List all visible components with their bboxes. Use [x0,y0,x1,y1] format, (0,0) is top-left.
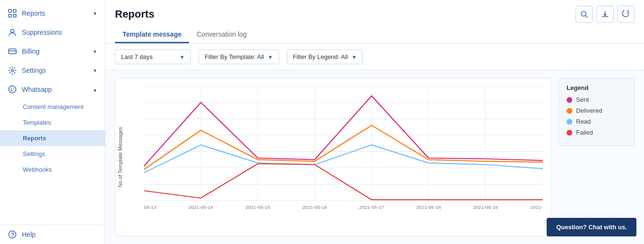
date-range-arrow-icon: ▼ [180,54,185,60]
chart-legend: Legend Sent Delivered Read Failed [559,78,635,146]
tab-bar: Template message Conversation log [115,27,635,43]
svg-rect-3 [13,14,16,17]
sidebar-item-reports[interactable]: Reports ▼ [0,4,105,23]
delivered-label: Delivered [576,107,602,114]
download-button[interactable] [597,6,614,23]
svg-text:2021-05-15: 2021-05-15 [246,205,270,210]
billing-icon [8,47,17,56]
svg-text:2021-05-18: 2021-05-18 [416,205,441,210]
svg-point-9 [11,88,12,89]
settings-arrow-icon: ▼ [93,68,97,73]
search-button[interactable] [576,6,593,23]
sidebar-help[interactable]: ? Help [0,224,105,244]
legend-item-delivered: Delivered [567,107,626,114]
billing-arrow-icon: ▼ [93,49,97,54]
svg-text:2021-05-13: 2021-05-13 [144,205,156,210]
svg-text:2021-05-17: 2021-05-17 [359,205,384,210]
svg-rect-2 [9,14,11,17]
sidebar-item-settings[interactable]: Settings ▼ [0,61,105,80]
sidebar: Reports ▼ Suppressions Billing ▼ [0,0,105,244]
template-filter[interactable]: Filter By Template: All ▼ [199,49,279,64]
tab-template-message[interactable]: Template message [115,27,189,43]
svg-line-14 [586,16,587,18]
template-filter-arrow-icon: ▼ [268,54,273,60]
sent-label: Sent [576,96,589,103]
sidebar-item-settings-label: Settings [22,67,46,74]
reports-sub-label: Reports [23,135,46,142]
sidebar-item-reports-label: Reports [22,10,45,17]
main-content: Reports [105,0,644,244]
page-header: Reports [105,0,644,44]
help-label: Help [22,231,36,238]
sidebar-sub-webhooks[interactable]: Webhooks [0,162,105,177]
sidebar-sub-reports[interactable]: Reports [0,130,105,146]
legend-filter[interactable]: Filter By Legend: All ▼ [287,49,363,64]
templates-label: Templates [23,119,51,126]
svg-text:2021-05-19: 2021-05-19 [473,205,498,210]
legend-item-sent: Sent [567,96,626,103]
svg-point-8 [9,86,16,93]
y-axis-label: No of Template Messages [117,94,123,220]
suppressions-icon [8,28,17,37]
svg-rect-1 [13,10,16,12]
reports-icon [8,9,17,18]
sidebar-sub-templates[interactable]: Templates [0,115,105,130]
whatsapp-icon [8,85,17,94]
svg-point-7 [11,69,14,72]
sidebar-item-billing-label: Billing [22,48,39,55]
reports-arrow-icon: ▼ [93,11,97,16]
legend-item-failed: Failed [567,129,626,136]
read-dot [567,119,572,125]
svg-text:?: ? [11,232,15,237]
filter-bar: Last 7 days ▼ Filter By Template: All ▼ … [105,44,644,70]
header-top: Reports [115,6,635,27]
sidebar-sub-settings[interactable]: Settings [0,146,105,162]
read-label: Read [576,118,591,125]
sent-dot [567,97,572,103]
tab-conversation-log[interactable]: Conversation log [189,27,254,43]
svg-point-10 [13,88,14,89]
failed-dot [567,130,572,136]
page-title: Reports [115,8,154,20]
consent-management-label: Consent management [23,103,84,110]
legend-title: Legend [567,84,626,91]
failed-label: Failed [576,129,593,136]
svg-text:2021-05-16: 2021-05-16 [302,205,327,210]
svg-point-4 [11,29,14,33]
sidebar-item-whatsapp[interactable]: Whatsapp ▲ [0,80,105,99]
sidebar-item-billing[interactable]: Billing ▼ [0,42,105,61]
delivered-line [144,126,543,170]
line-chart: 0 2,000 4,000 6,000 8,000 10,000 12,000 … [144,86,543,217]
chat-button[interactable]: Question? Chat with us. [547,218,636,236]
settings-sub-label: Settings [23,150,45,157]
delivered-dot [567,108,572,114]
svg-text:2021-05-20: 2021-05-20 [530,205,543,210]
webhooks-label: Webhooks [23,166,52,173]
sidebar-item-suppressions-label: Suppressions [22,29,62,36]
svg-rect-0 [9,10,11,12]
legend-item-read: Read [567,118,626,125]
sidebar-sub-consent-management[interactable]: Consent management [0,99,105,115]
sent-line [144,96,543,166]
sidebar-item-suppressions[interactable]: Suppressions [0,23,105,42]
svg-rect-5 [9,49,16,54]
header-actions [576,6,635,23]
settings-icon [8,66,17,75]
refresh-button[interactable] [617,6,635,23]
date-range-filter[interactable]: Last 7 days ▼ [115,49,191,64]
legend-filter-arrow-icon: ▼ [351,54,357,60]
sidebar-item-whatsapp-label: Whatsapp [22,86,52,93]
whatsapp-arrow-icon: ▲ [93,87,97,92]
help-icon: ? [8,230,17,239]
svg-text:2021-05-14: 2021-05-14 [189,205,213,210]
failed-line [144,164,543,200]
chart-container: No of Template Messages [115,78,551,236]
